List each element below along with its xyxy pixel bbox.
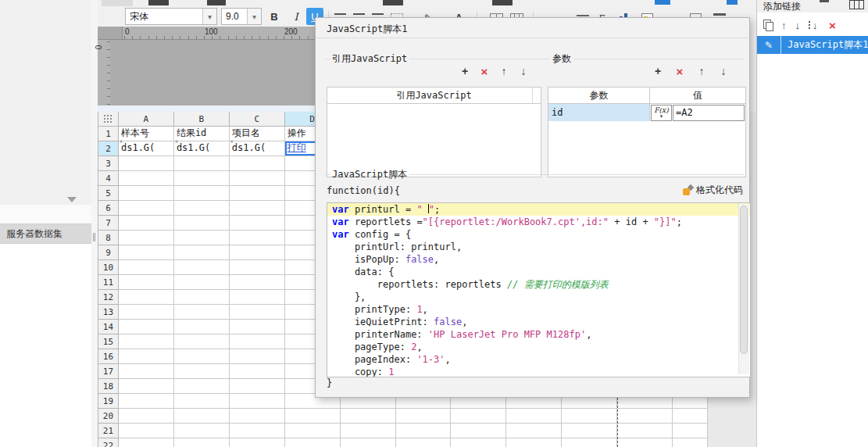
- pencil-icon[interactable]: ✎: [757, 36, 781, 54]
- row-header-3[interactable]: 3: [98, 156, 119, 171]
- column-header-C[interactable]: C: [230, 112, 285, 127]
- hyperlink-item-selected[interactable]: ✎ JavaScript脚本1: [757, 36, 868, 54]
- cell[interactable]: [230, 438, 285, 447]
- add-ref-button[interactable]: +: [459, 65, 471, 77]
- cell[interactable]: [230, 275, 285, 290]
- vertical-splitter[interactable]: [91, 0, 98, 447]
- cell[interactable]: [174, 424, 230, 438]
- cell[interactable]: [119, 171, 174, 186]
- cell[interactable]: [119, 320, 174, 334]
- cell[interactable]: [174, 305, 230, 320]
- cell[interactable]: [230, 231, 285, 245]
- cell[interactable]: [230, 290, 285, 305]
- row-header-18[interactable]: 18: [98, 379, 119, 394]
- cell[interactable]: [119, 186, 174, 201]
- cell[interactable]: [119, 409, 174, 424]
- cell[interactable]: [341, 438, 396, 447]
- cell[interactable]: [673, 424, 708, 438]
- cell[interactable]: [230, 216, 285, 231]
- code-editor[interactable]: var printurl = " ";var reportlets ="[{re…: [327, 202, 751, 377]
- delete-icon[interactable]: ×: [827, 19, 839, 31]
- cell[interactable]: [230, 201, 285, 216]
- cell[interactable]: [119, 290, 174, 305]
- cell[interactable]: [119, 231, 174, 245]
- cell[interactable]: [174, 394, 230, 409]
- code-line[interactable]: ieQuietPrint: false,: [327, 316, 750, 328]
- splitter-handle-icon[interactable]: [93, 233, 95, 241]
- row-header-8[interactable]: 8: [98, 231, 119, 245]
- code-line[interactable]: var reportlets ="[{reportlet:/WorkBook7.…: [327, 216, 750, 228]
- cell[interactable]: [174, 186, 230, 201]
- param-up-button[interactable]: ↑: [695, 65, 708, 77]
- cell[interactable]: [617, 424, 673, 438]
- cell[interactable]: [617, 438, 673, 447]
- code-line[interactable]: var config = {: [327, 228, 750, 241]
- cell[interactable]: [174, 201, 230, 216]
- code-line[interactable]: printerName: 'HP LaserJet Pro MFP M128fp…: [327, 328, 750, 341]
- server-dataset-bar[interactable]: 服务器数据集: [0, 224, 91, 244]
- code-line[interactable]: copy: 1: [327, 366, 750, 377]
- move-down-button[interactable]: ↓: [517, 65, 530, 77]
- row-header-15[interactable]: 15: [98, 334, 119, 349]
- row-header-20[interactable]: 20: [98, 409, 119, 424]
- cell[interactable]: [174, 438, 230, 447]
- param-down-button[interactable]: ↓: [717, 65, 730, 77]
- copy-icon[interactable]: [763, 20, 773, 30]
- cell[interactable]: [562, 424, 617, 438]
- row-header-13[interactable]: 13: [98, 305, 119, 320]
- move-down-icon[interactable]: ↓: [795, 20, 801, 31]
- row-header-4[interactable]: 4: [98, 171, 119, 186]
- cell[interactable]: [174, 245, 230, 260]
- cell[interactable]: [119, 334, 174, 349]
- cell[interactable]: [119, 275, 174, 290]
- cell[interactable]: [119, 201, 174, 216]
- cell[interactable]: [230, 260, 285, 275]
- param-name-cell[interactable]: id: [548, 104, 650, 121]
- row-header-6[interactable]: 6: [98, 201, 119, 216]
- cell[interactable]: 样本号: [119, 127, 174, 141]
- row-header-11[interactable]: 11: [98, 275, 119, 290]
- add-param-button[interactable]: +: [652, 65, 664, 77]
- cell[interactable]: [119, 438, 174, 447]
- cell[interactable]: [230, 245, 285, 260]
- row-header-16[interactable]: 16: [98, 349, 119, 364]
- cell[interactable]: [174, 275, 230, 290]
- cell[interactable]: [174, 364, 230, 379]
- row-header-22[interactable]: 22: [98, 438, 119, 447]
- cell[interactable]: [285, 424, 341, 438]
- code-line[interactable]: data: {: [327, 266, 750, 278]
- cell[interactable]: [451, 438, 506, 447]
- cell[interactable]: [506, 438, 562, 447]
- code-line[interactable]: reportlets: reportlets // 需要打印的模版列表: [327, 278, 750, 291]
- delete-param-button[interactable]: ×: [673, 65, 686, 77]
- code-line[interactable]: printType: 1,: [327, 303, 750, 316]
- row-header-17[interactable]: 17: [98, 364, 119, 379]
- cell[interactable]: [285, 438, 341, 447]
- cell[interactable]: [119, 156, 174, 171]
- cell[interactable]: [119, 305, 174, 320]
- cell[interactable]: [230, 156, 285, 171]
- column-header-B[interactable]: B: [174, 112, 230, 127]
- font-family-select[interactable]: 宋体 ▾: [125, 8, 217, 25]
- cell[interactable]: [230, 171, 285, 186]
- cell[interactable]: [230, 379, 285, 394]
- cell[interactable]: [230, 409, 285, 424]
- cell[interactable]: [174, 156, 230, 171]
- cell[interactable]: [506, 409, 562, 424]
- cell[interactable]: [396, 409, 452, 424]
- params-table[interactable]: 参数 值 id F(x) ▼ =A2: [548, 87, 746, 177]
- row-header-5[interactable]: 5: [98, 186, 119, 201]
- cell[interactable]: [673, 438, 708, 447]
- cell[interactable]: 项目名: [230, 127, 285, 141]
- cell[interactable]: [230, 364, 285, 379]
- cell[interactable]: [451, 424, 506, 438]
- code-line[interactable]: pageType: 2,: [327, 341, 750, 353]
- code-line[interactable]: isPopUp: false,: [327, 253, 750, 266]
- cell[interactable]: [174, 171, 230, 186]
- row-header-12[interactable]: 12: [98, 290, 119, 305]
- cell[interactable]: [230, 394, 285, 409]
- bold-button[interactable]: B: [266, 8, 283, 25]
- code-line[interactable]: },: [327, 291, 750, 303]
- format-code-button[interactable]: 格式化代码: [683, 184, 743, 197]
- cell[interactable]: [451, 409, 506, 424]
